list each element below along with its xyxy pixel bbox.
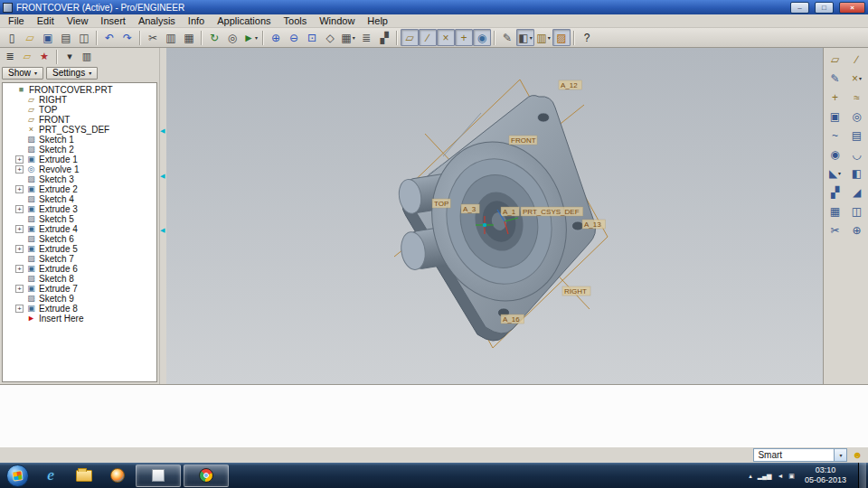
chamfer-tool-icon[interactable]: ◣▾	[826, 164, 845, 182]
menu-analysis[interactable]: Analysis	[132, 14, 182, 28]
tree-item-insert-here[interactable]: ►Insert Here	[3, 314, 156, 324]
pattern-tool-icon[interactable]: ▦	[826, 202, 845, 220]
print-icon[interactable]: ▤	[57, 29, 75, 46]
tree-item-extrude-4[interactable]: +▣Extrude 4	[3, 224, 156, 234]
datum-point-tool-icon[interactable]: ×▾	[847, 70, 867, 87]
find-icon[interactable]: ◎	[223, 29, 241, 46]
panel-sash[interactable]	[159, 48, 166, 384]
tree-item-extrude-2[interactable]: +▣Extrude 2	[3, 184, 156, 194]
saved-views-icon[interactable]: ▦▾	[339, 29, 357, 46]
sash-collapse-icon[interactable]	[160, 173, 165, 179]
windows-explorer-icon[interactable]	[69, 465, 99, 487]
show-hidden-icons[interactable]: ▴	[749, 473, 752, 479]
close-button[interactable]: ×	[839, 2, 865, 14]
menu-window[interactable]: Window	[313, 14, 361, 28]
tree-filters-icon[interactable]: ▾	[61, 49, 78, 64]
menu-applications[interactable]: Applications	[211, 14, 277, 28]
rib-tool-icon[interactable]: ▞	[826, 183, 845, 201]
copy-icon[interactable]: ▥	[162, 29, 180, 46]
expand-toggle[interactable]: +	[15, 285, 24, 293]
tree-item-extrude-7[interactable]: +▣Extrude 7	[3, 284, 156, 294]
datum-display-icon[interactable]: ▥▾	[534, 29, 552, 46]
revolve-tool-icon[interactable]: ◎	[847, 108, 867, 125]
volume-icon[interactable]: ◄	[777, 473, 783, 479]
show-desktop-button[interactable]	[858, 463, 866, 488]
start-button[interactable]	[6, 465, 29, 487]
annotations-toggle-icon[interactable]: ✎	[498, 29, 516, 46]
open-file-icon[interactable]: ▱	[21, 29, 39, 46]
datum-planes-toggle-icon[interactable]: ▱	[401, 29, 419, 46]
shell-tool-icon[interactable]: ◧	[847, 164, 867, 182]
tree-item-sketch-9[interactable]: ▨Sketch 9	[3, 294, 156, 304]
menu-tools[interactable]: Tools	[278, 14, 314, 28]
title-bar[interactable]: FRONTCOVER (Active) - Pro/ENGINEER – □ ×	[0, 0, 868, 14]
tree-item-extrude-1[interactable]: +▣Extrude 1	[3, 155, 156, 164]
proe-window-button[interactable]	[136, 465, 181, 487]
csys-toggle-icon[interactable]: +	[455, 29, 473, 46]
tree-columns-icon[interactable]: ▥	[79, 49, 95, 64]
mirror-tool-icon[interactable]: ◫	[847, 202, 867, 220]
selection-filter-combo[interactable]: Smart	[753, 448, 847, 462]
undo-icon[interactable]: ↶	[100, 29, 118, 46]
datum-curve-tool-icon[interactable]: ≈	[847, 89, 867, 106]
tree-item-sketch-2[interactable]: ▨Sketch 2	[3, 145, 156, 155]
maximize-button[interactable]: □	[815, 2, 834, 14]
network-icon[interactable]: ▂▄▆	[758, 473, 772, 479]
menu-info[interactable]: Info	[182, 14, 211, 28]
taskbar-clock[interactable]: 03:10 05-06-2013	[800, 465, 851, 486]
menu-help[interactable]: Help	[361, 14, 394, 28]
print-preview-icon[interactable]: ◫	[75, 29, 93, 46]
paste-icon[interactable]: ▦	[180, 29, 198, 46]
tree-item-frontcover-prt[interactable]: ■FRONTCOVER.PRT	[3, 85, 156, 95]
expand-toggle[interactable]: +	[15, 245, 24, 253]
sketch-tool-icon[interactable]: ✎	[826, 70, 845, 87]
spin-center-toggle-icon[interactable]: ◉	[473, 29, 491, 46]
redo-icon[interactable]: ↷	[118, 29, 137, 46]
menu-file[interactable]: File	[2, 14, 31, 28]
sash-collapse-icon[interactable]	[160, 127, 165, 134]
tree-item-right[interactable]: ▱RIGHT	[3, 95, 156, 105]
tree-item-prt-csys-def[interactable]: ×PRT_CSYS_DEF	[3, 125, 156, 135]
draft-tool-icon[interactable]: ◢	[847, 183, 867, 201]
menu-view[interactable]: View	[61, 14, 95, 28]
select-filter-icon[interactable]: ►▾	[241, 29, 259, 46]
expand-toggle[interactable]: +	[15, 225, 24, 233]
tree-item-extrude-8[interactable]: +▣Extrude 8	[3, 304, 156, 314]
trim-tool-icon[interactable]: ✂	[826, 221, 845, 239]
graphics-area[interactable]: A_12FRONTTOPA_3A_1PRT_CSYS_DEFA_13RIGHTA…	[166, 48, 823, 384]
new-file-icon[interactable]: ▯	[3, 29, 21, 46]
combo-dropdown-icon[interactable]	[834, 449, 846, 461]
show-dropdown[interactable]: Show	[2, 67, 43, 80]
expand-toggle[interactable]: +	[15, 205, 24, 213]
expand-toggle[interactable]: +	[15, 265, 24, 273]
model-display-icon[interactable]: ◧▾	[516, 29, 534, 46]
chrome-window-button[interactable]	[184, 465, 229, 487]
tree-item-sketch-8[interactable]: ▨Sketch 8	[3, 274, 156, 284]
datum-axis-tool-icon[interactable]: ∕	[847, 51, 867, 68]
sweep-tool-icon[interactable]: ~	[826, 127, 845, 144]
datum-plane-tool-icon[interactable]: ▱	[826, 51, 845, 68]
menu-edit[interactable]: Edit	[31, 14, 61, 28]
sash-collapse-icon[interactable]	[160, 227, 165, 233]
blend-tool-icon[interactable]: ▤	[847, 127, 867, 144]
merge-tool-icon[interactable]: ⊕	[847, 221, 867, 239]
layers-icon[interactable]: ≣	[357, 29, 375, 46]
settings-dropdown[interactable]: Settings	[46, 67, 98, 80]
favorites-tab-icon[interactable]: ★	[36, 49, 52, 64]
view-manager-icon[interactable]: ▞	[375, 29, 393, 46]
tree-item-sketch-7[interactable]: ▨Sketch 7	[3, 254, 156, 264]
tree-item-sketch-5[interactable]: ▨Sketch 5	[3, 214, 156, 224]
tree-item-sketch-1[interactable]: ▨Sketch 1	[3, 135, 156, 145]
expand-toggle[interactable]: +	[15, 165, 24, 174]
hole-tool-icon[interactable]: ◉	[826, 145, 845, 163]
tree-item-top[interactable]: ▱TOP	[3, 105, 156, 115]
datum-csys-tool-icon[interactable]: +	[826, 89, 845, 106]
cut-icon[interactable]: ✂	[144, 29, 162, 46]
tree-item-sketch-4[interactable]: ▨Sketch 4	[3, 194, 156, 204]
datum-axes-toggle-icon[interactable]: ∕	[419, 29, 437, 46]
refit-icon[interactable]: ⊡	[303, 29, 321, 46]
extrude-tool-icon[interactable]: ▣	[826, 108, 845, 125]
expand-toggle[interactable]: +	[15, 305, 24, 313]
tree-item-extrude-3[interactable]: +▣Extrude 3	[3, 204, 156, 214]
model-tree-tab-icon[interactable]: ≣	[2, 49, 18, 64]
